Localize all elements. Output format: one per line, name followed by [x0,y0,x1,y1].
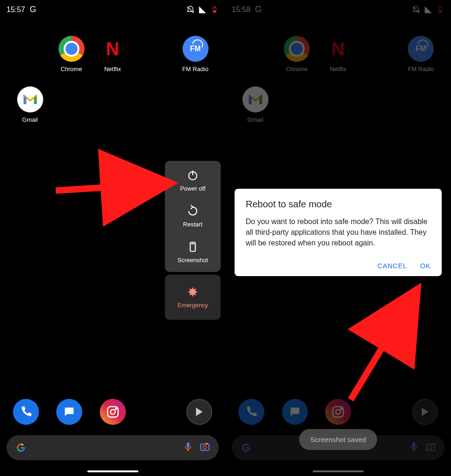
power-off-label: Power off [180,185,206,192]
status-time: 15:57 [7,6,25,14]
cancel-button[interactable]: CANCEL [377,262,407,270]
restart-label: Restart [183,221,203,228]
status-bar: 15:57 G x [0,0,225,17]
power-menu-main: Power off Restart Screenshot [165,161,221,272]
google-search-bar[interactable] [7,435,219,460]
safe-mode-dialog: Reboot to safe mode Do you want to reboo… [235,189,442,276]
status-icons: x [186,6,219,14]
app-label: Gmail [22,116,38,123]
signal-icon: x [198,6,207,14]
app-label: Chrome [60,66,82,73]
screenshot-label: Screenshot [177,257,208,264]
google-logo-icon [15,442,27,454]
svg-rect-15 [201,444,209,450]
svg-text:x: x [203,6,205,9]
google-indicator-icon: G [30,5,36,14]
netflix-icon: N [100,36,126,62]
svg-rect-4 [214,10,216,12]
svg-rect-13 [187,443,190,448]
toast-screenshot-saved: Screenshot saved [299,429,377,450]
play-store-icon[interactable] [186,399,212,425]
screenshot-button[interactable]: Screenshot [177,241,208,264]
power-menu-emergency: Emergency [165,275,221,320]
app-gmail[interactable]: Gmail [9,86,51,123]
messages-app-icon[interactable] [56,399,82,425]
power-icon [187,169,199,181]
app-grid: Chrome N Netflix FM FM Radio Gmail [0,17,225,123]
dock [0,399,225,425]
annotation-arrow [56,172,181,202]
svg-line-9 [56,183,172,191]
dnd-off-icon [186,6,195,14]
screenshot-icon [187,241,199,253]
phone-app-icon[interactable] [13,399,39,425]
dialog-title: Reboot to safe mode [246,199,431,210]
lens-icon[interactable] [199,441,210,454]
emergency-icon [187,286,199,298]
app-label: Netflix [104,66,121,73]
app-label: FM Radio [182,66,208,73]
svg-rect-17 [206,443,208,444]
dialog-body: Do you want to reboot into safe mode? Th… [246,216,431,249]
emergency-label: Emergency [177,302,208,309]
nav-handle[interactable] [87,470,138,472]
emergency-button[interactable]: Emergency [177,286,208,309]
ok-button[interactable]: OK [420,262,431,270]
restart-button[interactable]: Restart [183,205,203,228]
app-fmradio[interactable]: FM FM Radio [175,36,216,73]
phone-screen-left: 15:57 G x Chrome N Netflix FM FM Radio G… [0,0,225,476]
fmradio-icon: FM [183,36,209,62]
svg-point-16 [203,446,207,449]
mic-icon[interactable] [183,441,194,454]
svg-rect-3 [214,6,216,7]
app-netflix[interactable]: N Netflix [92,36,133,73]
power-menu: Power off Restart Screenshot Emergency [165,161,221,320]
restart-icon [187,205,199,217]
instagram-app-icon[interactable] [100,399,126,425]
power-off-button[interactable]: Power off [180,169,206,192]
gmail-icon [17,86,43,112]
svg-point-12 [115,408,117,410]
app-chrome[interactable]: Chrome [51,36,92,73]
svg-point-11 [111,410,115,414]
battery-icon [210,6,219,14]
phone-screen-right: 15:58 G x Chrome N Netflix FM FM Radio G… [225,0,451,476]
chrome-icon [59,36,85,62]
